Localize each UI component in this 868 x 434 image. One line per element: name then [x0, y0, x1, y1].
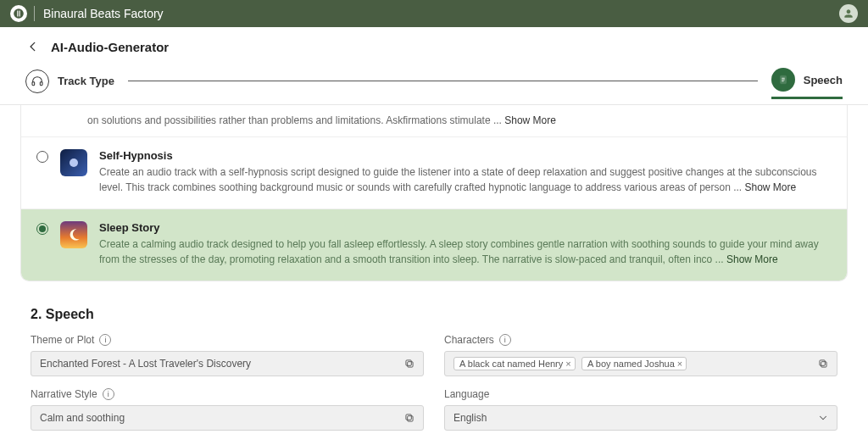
- track-option-self-hypnosis[interactable]: Self-Hypnosis Create an audio track with…: [21, 136, 847, 209]
- info-icon[interactable]: i: [103, 388, 114, 400]
- crescent-moon-icon: [65, 226, 82, 243]
- character-chip[interactable]: A boy named Joshua×: [581, 357, 687, 370]
- user-avatar[interactable]: [839, 4, 858, 23]
- narrative-label: Narrative Style: [31, 388, 97, 400]
- app-logo: [10, 5, 27, 22]
- option-title: Self-Hypnosis: [99, 149, 832, 162]
- svg-point-0: [14, 8, 24, 19]
- option-desc: on solutions and possibilities rather th…: [87, 114, 504, 126]
- show-more-link[interactable]: Show More: [745, 181, 797, 193]
- theme-value: Enchanted Forest - A Lost Traveler's Dis…: [40, 358, 401, 370]
- option-title: Sleep Story: [99, 221, 832, 234]
- page-title: AI-Audio-Generator: [51, 40, 169, 54]
- svg-rect-13: [820, 360, 825, 365]
- info-icon[interactable]: i: [499, 334, 511, 346]
- theme-label: Theme or Plot: [31, 334, 94, 346]
- back-button[interactable]: [25, 39, 41, 54]
- step-speech[interactable]: Speech: [771, 68, 843, 99]
- option-desc: Create a calming audio track designed to…: [99, 238, 819, 264]
- svg-rect-1: [17, 11, 18, 17]
- radio-self-hypnosis[interactable]: [36, 151, 48, 163]
- theme-input[interactable]: Enchanted Forest - A Lost Traveler's Dis…: [31, 351, 424, 376]
- option-desc: Create an audio track with a self-hypnos…: [99, 166, 817, 192]
- svg-rect-15: [406, 415, 411, 420]
- narrative-value: Calm and soothing: [40, 412, 401, 424]
- show-more-link[interactable]: Show More: [504, 114, 556, 126]
- chevron-down-icon[interactable]: [815, 409, 832, 426]
- step-connector: [128, 81, 758, 81]
- copy-icon[interactable]: [401, 355, 418, 372]
- language-value: English: [453, 412, 815, 424]
- step-track-type[interactable]: Track Type: [25, 70, 114, 93]
- characters-input[interactable]: A black cat named Henry× A boy named Jos…: [444, 351, 837, 376]
- step-label-track-type: Track Type: [58, 75, 114, 87]
- svg-point-9: [70, 159, 78, 167]
- info-icon[interactable]: i: [99, 334, 111, 346]
- language-label: Language: [444, 388, 489, 400]
- chip-remove-icon[interactable]: ×: [565, 359, 570, 369]
- svg-rect-2: [19, 11, 20, 17]
- track-option-askfirmations-fragment: on solutions and possibilities rather th…: [21, 105, 847, 136]
- user-icon: [843, 8, 854, 19]
- svg-rect-11: [406, 360, 411, 365]
- app-name: Binaural Beats Factory: [43, 7, 164, 20]
- chip-remove-icon[interactable]: ×: [677, 359, 682, 369]
- chevron-left-icon: [27, 41, 39, 53]
- thumb-sleep-story: [60, 221, 87, 248]
- svg-rect-10: [408, 362, 413, 367]
- speech-section-title: 2. Speech: [31, 307, 848, 322]
- copy-icon[interactable]: [401, 409, 418, 426]
- appbar-divider: [34, 6, 35, 21]
- svg-rect-3: [32, 81, 35, 85]
- characters-label: Characters: [444, 334, 494, 346]
- svg-rect-14: [408, 416, 413, 421]
- thumb-self-hypnosis: [60, 149, 87, 176]
- headphones-icon: [25, 70, 49, 93]
- narrative-input[interactable]: Calm and soothing: [31, 405, 424, 431]
- moon-icon: [65, 154, 82, 171]
- language-select[interactable]: English: [444, 405, 837, 431]
- svg-rect-4: [40, 81, 42, 85]
- copy-icon[interactable]: [815, 355, 832, 372]
- svg-rect-12: [821, 362, 826, 367]
- character-chip[interactable]: A black cat named Henry×: [453, 357, 576, 370]
- step-label-speech: Speech: [804, 74, 843, 86]
- document-icon: [771, 68, 795, 92]
- show-more-link[interactable]: Show More: [726, 253, 778, 265]
- radio-sleep-story[interactable]: [36, 223, 48, 235]
- track-option-sleep-story[interactable]: Sleep Story Create a calming audio track…: [21, 209, 847, 281]
